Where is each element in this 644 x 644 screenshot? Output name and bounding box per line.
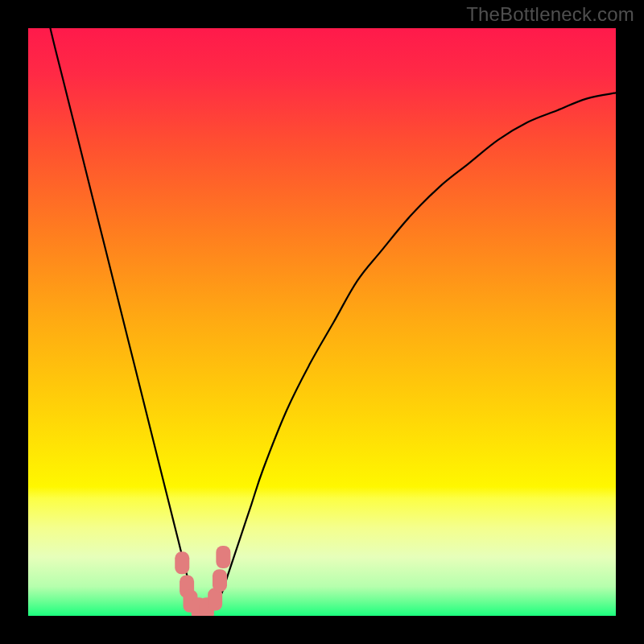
marker-dot	[213, 569, 227, 592]
marker-dot	[216, 546, 230, 568]
marker-dot	[175, 551, 189, 574]
chart-svg	[28, 28, 616, 616]
gradient-background	[28, 28, 616, 616]
watermark-text: TheBottleneck.com	[466, 3, 634, 26]
plot-area	[28, 28, 616, 616]
chart-frame: TheBottleneck.com	[0, 0, 644, 644]
